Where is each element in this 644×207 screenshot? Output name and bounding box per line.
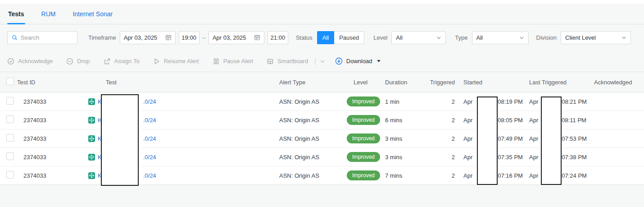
start-time-input[interactable]: 19:00 bbox=[179, 31, 200, 44]
type-value: All bbox=[476, 34, 483, 41]
alert-type-cell: ASN: Origin AS bbox=[279, 172, 347, 179]
smartboard-button[interactable]: Smartboard bbox=[267, 58, 308, 65]
assign-to-button[interactable]: Assign To bbox=[104, 58, 140, 65]
last-triggered-time: 08:11 PM bbox=[562, 117, 586, 124]
level-badge: Improved bbox=[347, 152, 380, 162]
end-date-input[interactable]: Apr 03, 2025 bbox=[209, 31, 264, 44]
row-checkbox[interactable] bbox=[6, 171, 14, 179]
last-triggered-time: 07:24 PM bbox=[562, 172, 587, 179]
triggered-cell: 2 bbox=[423, 135, 455, 142]
search-icon bbox=[12, 35, 18, 41]
redaction-box-last-triggered bbox=[541, 97, 562, 185]
timeframe-label: Timeframe bbox=[88, 34, 116, 41]
col-acknowledged[interactable]: Acknowledged bbox=[588, 79, 644, 86]
division-label: Division bbox=[536, 34, 557, 41]
col-last-triggered[interactable]: Last Triggered bbox=[529, 79, 588, 86]
search-input[interactable] bbox=[21, 34, 73, 41]
download-label: Download bbox=[346, 58, 372, 64]
status-toggle: All Paused bbox=[317, 31, 365, 44]
smartboard-chevron-icon[interactable] bbox=[320, 59, 325, 64]
duration-cell: 7 mins bbox=[385, 172, 423, 179]
table-header: Test ID Test Alert Type Level Duration T… bbox=[0, 72, 644, 92]
end-time-input[interactable]: 21:00 bbox=[268, 31, 288, 44]
level-select[interactable]: All bbox=[391, 31, 446, 44]
calendar-icon bbox=[254, 34, 260, 41]
col-test[interactable]: Test bbox=[86, 79, 279, 86]
calendar-icon bbox=[165, 34, 172, 41]
started-month: Apr bbox=[463, 154, 472, 161]
minus-circle-icon bbox=[66, 58, 73, 65]
col-level[interactable]: Level bbox=[347, 79, 385, 86]
level-badge: Improved bbox=[347, 115, 380, 125]
test-name-suffix: .0/24 bbox=[143, 172, 156, 179]
status-all-button[interactable]: All bbox=[317, 31, 334, 44]
test-id-cell: 2374033 bbox=[17, 98, 86, 105]
chevron-down-icon bbox=[519, 35, 524, 40]
bgp-test-icon bbox=[88, 154, 95, 161]
smartboard-icon bbox=[267, 58, 274, 65]
pause-icon bbox=[213, 58, 220, 65]
toolbar-separator: | bbox=[314, 58, 316, 65]
level-cell: Improved bbox=[347, 152, 385, 162]
type-label: Type bbox=[455, 34, 467, 41]
bgp-test-icon bbox=[88, 172, 95, 179]
col-started[interactable]: Started bbox=[455, 79, 529, 86]
actions-toolbar: Acknowledge Drop Assign To Resume Alert … bbox=[0, 51, 644, 72]
search-box[interactable] bbox=[7, 31, 77, 44]
level-cell: Improved bbox=[347, 170, 385, 180]
download-icon bbox=[335, 57, 343, 65]
play-icon bbox=[153, 58, 160, 65]
triggered-cell: 2 bbox=[423, 154, 455, 161]
chevron-down-icon bbox=[621, 35, 626, 40]
start-date-value: Apr 03, 2025 bbox=[124, 34, 157, 41]
tab-tests[interactable]: Tests bbox=[7, 10, 25, 24]
last-triggered-month: Apr bbox=[529, 135, 538, 142]
resume-alert-button[interactable]: Resume Alert bbox=[153, 58, 199, 65]
redaction-box-started bbox=[477, 97, 498, 185]
row-checkbox[interactable] bbox=[6, 115, 14, 123]
row-checkbox[interactable] bbox=[6, 134, 14, 142]
level-badge: Improved bbox=[347, 170, 380, 180]
last-triggered-month: Apr bbox=[529, 172, 538, 179]
pause-alert-label: Pause Alert bbox=[223, 58, 254, 64]
acknowledge-button[interactable]: Acknowledge bbox=[7, 58, 53, 65]
status-label: Status bbox=[296, 34, 313, 41]
tabs-bar: Tests RUM Internet Sonar bbox=[0, 4, 644, 24]
col-triggered[interactable]: Triggered bbox=[423, 79, 455, 86]
bgp-test-icon bbox=[88, 98, 95, 105]
assign-to-label: Assign To bbox=[114, 58, 140, 64]
tab-rum[interactable]: RUM bbox=[41, 10, 57, 24]
level-badge: Improved bbox=[347, 97, 380, 106]
level-value: All bbox=[396, 34, 402, 41]
alert-type-cell: ASN: Origin AS bbox=[279, 154, 347, 161]
duration-cell: 1 min bbox=[385, 98, 423, 105]
division-value: Client Level bbox=[565, 34, 596, 41]
started-time: 08:05 PM bbox=[498, 117, 523, 124]
triggered-cell: 2 bbox=[423, 117, 455, 124]
duration-cell: 3 mins bbox=[385, 154, 423, 161]
test-id-cell: 2374033 bbox=[17, 172, 86, 179]
started-month: Apr bbox=[463, 135, 472, 142]
row-checkbox[interactable] bbox=[6, 152, 14, 160]
filter-bar: Timeframe Apr 03, 2025 19:00 – Apr 03, 2… bbox=[0, 24, 644, 51]
start-date-input[interactable]: Apr 03, 2025 bbox=[120, 31, 176, 44]
last-triggered-time: 07:53 PM bbox=[562, 135, 587, 142]
started-time: 07:35 PM bbox=[498, 154, 523, 161]
download-button[interactable]: Download bbox=[335, 57, 381, 65]
pause-alert-button[interactable]: Pause Alert bbox=[213, 58, 254, 65]
triggered-cell: 2 bbox=[423, 98, 455, 105]
type-select[interactable]: All bbox=[472, 31, 529, 44]
test-name-suffix: .0/24 bbox=[143, 154, 156, 161]
select-all-checkbox[interactable] bbox=[6, 78, 14, 85]
last-triggered-month: Apr bbox=[529, 117, 538, 124]
status-paused-button[interactable]: Paused bbox=[334, 31, 364, 44]
col-alert-type[interactable]: Alert Type bbox=[279, 79, 347, 86]
division-select[interactable]: Client Level bbox=[561, 31, 631, 44]
level-badge: Improved bbox=[347, 133, 380, 143]
col-test-id[interactable]: Test ID bbox=[17, 79, 86, 86]
tab-internet-sonar[interactable]: Internet Sonar bbox=[72, 10, 113, 24]
row-checkbox[interactable] bbox=[6, 97, 14, 105]
drop-button[interactable]: Drop bbox=[66, 58, 90, 65]
col-duration[interactable]: Duration bbox=[385, 79, 423, 86]
test-id-cell: 2374033 bbox=[17, 135, 86, 142]
